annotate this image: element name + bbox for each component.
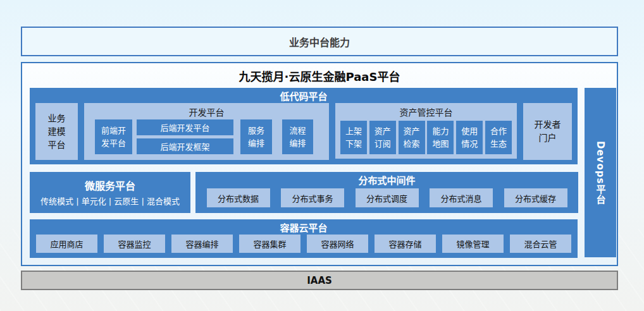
iaas-bar: IAAS [21,271,618,290]
frontend-dev-platform-box: 前端开 发平台 [95,119,132,154]
devops-label: Devops平台 [594,141,607,204]
asset-item-subscription: 资产 订阅 [369,121,396,154]
microservice-modes: 传统模式 | 单元化 | 云原生 | 混合模式 [30,195,190,207]
cloud-item-label: 混合云管 [524,238,557,250]
asset-platform-title: 资产管控平台 [335,106,517,118]
cloud-item-label: 容器网络 [321,238,354,250]
middleware-items-row: 分布式数据 分布式事务 分布式调度 分布式消息 分布式缓存 [195,188,578,207]
asset-item-label: 上架 下架 [345,125,362,150]
middleware-item-label: 分布式事务 [292,192,333,204]
business-middle-platform-banner: 业务中台能力 [21,27,618,56]
asset-item-label: 使用 情况 [461,125,478,150]
middleware-item-label: 分布式数据 [218,192,259,204]
asset-item-ecosystem: 合作 生态 [485,121,512,154]
process-orchestration-label: 流程 编排 [289,125,306,149]
service-orchestration-box: 服务 编排 [240,119,272,154]
platform-title: 九天揽月·云原生金融PaaS平台 [22,68,617,84]
middleware-title: 分布式中间件 [195,173,578,186]
cloud-item-network: 容器网络 [307,235,368,253]
low-code-platform-block: 低代码平台 业务 建模 平台 开发平台 前端开 发平台 后端开发平台 后端开发框… [30,88,578,164]
banner-label: 业务中台能力 [289,34,350,49]
asset-item-listing: 上架 下架 [340,121,367,154]
middleware-item-messaging: 分布式消息 [430,188,493,207]
asset-control-platform-group: 资产管控平台 上架 下架 资产 订阅 资产 检索 能力 地图 使 [335,103,517,159]
middleware-item-cache: 分布式缓存 [504,188,567,207]
backend-dev-platform-box: 后端开发平台 [137,119,233,135]
architecture-diagram: 业务中台能力 九天揽月·云原生金融PaaS平台 低代码平台 业务 建模 平台 开… [0,0,644,311]
container-cloud-platform-block: 容器云平台 应用商店 容器监控 容器编排 容器集群 容器网络 容器存 [30,219,578,258]
middleware-item-data: 分布式数据 [207,188,270,207]
developer-portal-label: 开发者 门户 [535,118,561,145]
cloud-item-app-store: 应用商店 [36,235,97,253]
asset-item-label: 合作 生态 [490,125,507,150]
cloud-item-hybrid-cloud: 混合云管 [510,235,571,253]
iaas-label: IAAS [307,275,332,286]
cloud-item-label: 容器监控 [118,238,151,250]
service-orchestration-label: 服务 编排 [248,125,264,149]
cloud-item-image-management: 镜像管理 [442,235,504,253]
middleware-item-label: 分布式缓存 [515,192,556,204]
container-cloud-title: 容器云平台 [30,221,578,234]
middleware-item-label: 分布式消息 [440,192,481,204]
asset-item-usage: 使用 情况 [456,121,483,154]
cloud-item-storage: 容器存储 [375,235,436,253]
middleware-item-label: 分布式调度 [366,192,407,204]
cloud-item-orchestration: 容器编排 [171,235,233,253]
asset-item-capability-map: 能力 地图 [427,121,454,154]
cloud-item-label: 容器存储 [388,238,421,250]
backend-dev-framework-box: 后端开发框架 [137,138,233,154]
asset-item-label: 资产 检索 [404,125,420,150]
frontend-dev-label: 前端开 发平台 [101,125,126,149]
process-orchestration-box: 流程 编排 [282,119,313,154]
microservice-title: 微服务平台 [30,178,190,193]
devops-platform-bar: Devops平台 [585,88,616,257]
dev-platform-group: 开发平台 前端开 发平台 后端开发平台 后端开发框架 服务 编排 流程 编排 [84,103,329,160]
cloud-item-monitoring: 容器监控 [104,235,165,253]
backend-stack: 后端开发平台 后端开发框架 [137,119,233,154]
asset-item-label: 能力 地图 [432,125,449,150]
microservice-platform-block: 微服务平台 传统模式 | 单元化 | 云原生 | 混合模式 [30,172,190,213]
asset-items-row: 上架 下架 资产 订阅 资产 检索 能力 地图 使用 情况 [340,121,512,154]
cloud-item-label: 容器集群 [253,238,286,250]
dev-platform-title: 开发平台 [84,106,329,118]
business-modeling-platform-box: 业务 建模 平台 [35,103,78,160]
asset-item-label: 资产 订阅 [375,125,391,150]
cloud-item-cluster: 容器集群 [239,235,300,253]
business-modeling-label: 业务 建模 平台 [48,112,66,152]
backend-framework-label: 后端开发框架 [160,140,209,152]
container-cloud-items-row: 应用商店 容器监控 容器编排 容器集群 容器网络 容器存储 镜像 [30,235,578,253]
low-code-platform-title: 低代码平台 [30,89,578,102]
paas-platform-container: 九天揽月·云原生金融PaaS平台 低代码平台 业务 建模 平台 开发平台 前端开… [21,62,618,266]
asset-item-retrieval: 资产 检索 [399,121,425,154]
developer-portal-box: 开发者 门户 [523,103,572,160]
backend-platform-label: 后端开发平台 [160,121,209,133]
distributed-middleware-block: 分布式中间件 分布式数据 分布式事务 分布式调度 分布式消息 分布式缓存 [195,172,578,213]
cloud-item-label: 应用商店 [50,238,83,250]
middleware-item-scheduling: 分布式调度 [356,188,419,207]
cloud-item-label: 容器编排 [185,238,218,250]
middleware-item-transaction: 分布式事务 [281,188,344,207]
cloud-item-label: 镜像管理 [456,238,489,250]
